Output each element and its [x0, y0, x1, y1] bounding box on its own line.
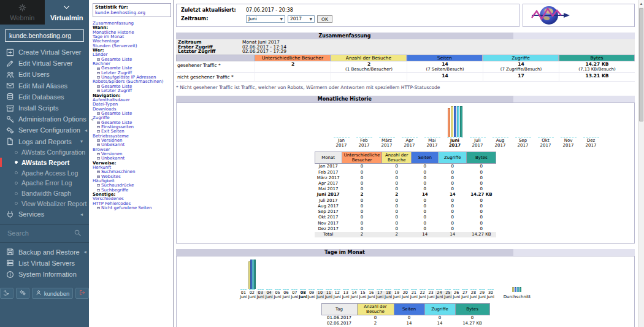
day-axis-label: 04Juni	[265, 291, 274, 299]
summary-value-cell	[255, 73, 331, 82]
days-col-header: Tag	[321, 304, 357, 315]
submenu-item-awstats-configuration[interactable]: AWstats Configuration	[0, 147, 89, 158]
sidebar-item-backup-and-restore[interactable]: Backup and Restore◂	[0, 247, 89, 258]
sidebar-item-create-virtual-server[interactable]: Create Virtual Server	[0, 47, 89, 58]
nav-sublink-letzter-zugriff[interactable]: Letzter Zugriff	[101, 88, 132, 93]
sidebar-item-administration-options[interactable]: Administration Options◂	[0, 113, 89, 125]
day-axis-label: 19Juni	[393, 291, 401, 299]
awstats-logo-box[interactable]	[523, 4, 635, 27]
scrollbar-up-arrow[interactable]: ▲	[638, 0, 644, 7]
domain-select[interactable]: kunde.benhosting.org	[5, 29, 84, 42]
average-bars	[512, 287, 521, 292]
summary-value-cell	[331, 73, 407, 82]
day-slot-18: 18Juni	[384, 260, 393, 299]
night-mode-button[interactable]	[0, 288, 13, 299]
year-select[interactable]: 2017▼	[288, 15, 315, 23]
services-icon	[6, 210, 14, 218]
day-axis-label: 21Juni	[410, 291, 418, 299]
options-button[interactable]	[16, 288, 29, 299]
sidebar-item-label: Edit Mail Aliases	[18, 82, 67, 90]
month-bars	[557, 106, 580, 137]
baseline	[493, 137, 508, 137]
envelope-icon	[6, 82, 14, 90]
sidebar-item-list-virtual-servers[interactable]: List Virtual Servers	[0, 258, 89, 269]
monthly-history-box: Jan2017Feb2017März2017Apr2017Mai2017Juni…	[176, 102, 635, 244]
monthly-row: Sep 201700000	[315, 209, 496, 215]
day-slot-06: 06Juni	[282, 260, 290, 299]
month-axis-label: Aug2017	[495, 139, 506, 148]
summary-footnote: * Nicht gesehener Traffic ist Traffic, w…	[176, 85, 635, 90]
day-slot-07: 07Juni	[290, 260, 299, 299]
sidebar-item-system-information[interactable]: System Information	[0, 269, 89, 280]
submenu-item-apache-error-log[interactable]: Apache Error Log	[0, 178, 89, 188]
summary-row-label: nicht gesehener Traffic *	[176, 73, 255, 82]
monthly-row: März 201700000	[315, 175, 496, 181]
summary-value-cell: 14	[407, 73, 483, 82]
baseline	[283, 289, 289, 290]
sidebar-item-label: Edit Databases	[18, 93, 64, 101]
day-slot-10: 10Juni	[316, 260, 324, 299]
sidebar-item-label: Services	[18, 210, 44, 218]
baseline	[462, 289, 468, 290]
day-axis-label: 12Juni	[333, 291, 342, 299]
day-slot-30: 30Juni	[486, 260, 495, 299]
baseline	[479, 289, 485, 290]
day-slot-21: 21Juni	[410, 260, 418, 299]
select-arrow-icon: ▼	[280, 15, 283, 23]
stats-for-domain-link[interactable]: kunde.benhosting.org	[95, 10, 145, 15]
day-bars	[248, 260, 256, 289]
nav-sublink-nicht-gefundene-seiten[interactable]: Nicht gefundene Seiten	[101, 206, 151, 210]
baseline	[428, 289, 434, 290]
summary-info-row: Letzter Zugriff02.06.2017 - 17:29	[178, 49, 633, 54]
baseline	[359, 289, 366, 290]
day-slot-24: 24Juni	[435, 260, 443, 299]
month-select[interactable]: Juni▼	[246, 15, 285, 23]
sidebar-item-edit-users[interactable]: Edit Users	[0, 69, 89, 80]
day-bars	[265, 260, 274, 289]
sidebar-item-logs-and-reports[interactable]: Logs and Reports▾	[0, 136, 89, 147]
day-bars	[478, 260, 486, 289]
bar	[254, 260, 256, 289]
day-bars	[316, 260, 324, 289]
summary-value-note: (7 Seiten/Besuch)	[407, 67, 483, 72]
baseline	[470, 289, 477, 290]
month-axis-label: Mai2017	[427, 139, 438, 148]
awstats-nav-list: ZusammenfassungWann:Monatliche HistorieT…	[93, 21, 171, 210]
day-axis-label: 17Juni	[375, 291, 384, 299]
list-icon	[97, 175, 100, 178]
baseline	[249, 289, 255, 290]
month-bars	[534, 106, 557, 137]
plus-square-icon	[6, 48, 14, 56]
logout-button[interactable]	[75, 288, 89, 299]
summary-col-zugriffe: Zugriffe	[483, 55, 559, 61]
ok-button[interactable]: OK	[317, 15, 332, 23]
baseline	[309, 289, 315, 290]
submenu-item-awstats-report[interactable]: AWstats Report	[0, 157, 89, 167]
sidebar-item-edit-databases[interactable]: Edit Databases	[0, 91, 89, 102]
bar	[460, 106, 462, 137]
month-slot-juni: Juni2017	[443, 106, 466, 148]
user-button[interactable]: kundeben	[32, 288, 74, 299]
sidebar-item-edit-mail-aliases[interactable]: Edit Mail Aliases	[0, 80, 89, 91]
submenu-item-apache-access-log[interactable]: Apache Access Log	[0, 167, 89, 178]
sidebar-item-edit-virtual-server[interactable]: Edit Virtual Server	[0, 58, 89, 69]
day-bars	[427, 260, 435, 289]
day-slot-13: 13Juni	[342, 260, 350, 299]
sidebar-item-services[interactable]: Services◂	[0, 209, 89, 220]
sidebar-item-server-configuration[interactable]: Server Configuration◂	[0, 125, 89, 136]
sidebar-search-input[interactable]: Search	[0, 224, 89, 243]
users-icon	[6, 71, 14, 79]
submenu-item-bandwidth-graph[interactable]: Bandwidth Graph	[0, 188, 89, 199]
key-icon	[6, 115, 14, 123]
submenu-item-view-webalizer-report[interactable]: View Webalizer Report	[0, 199, 89, 209]
day-axis-label: 16Juni	[367, 291, 375, 299]
sidebar-item-install-scripts[interactable]: Install Scripts	[0, 102, 89, 113]
day-slot-02: 02Juni	[248, 260, 256, 299]
baseline	[424, 137, 440, 137]
monthly-row: Dez 201700000	[315, 226, 496, 232]
baseline	[379, 137, 395, 137]
sidebar: Webmin Virtualmin kunde.benhosting.org C…	[0, 0, 89, 327]
tab-webmin[interactable]: Webmin	[0, 0, 45, 25]
scrollbar-thumb[interactable]	[639, 8, 643, 121]
tab-virtualmin[interactable]: Virtualmin	[45, 0, 90, 25]
